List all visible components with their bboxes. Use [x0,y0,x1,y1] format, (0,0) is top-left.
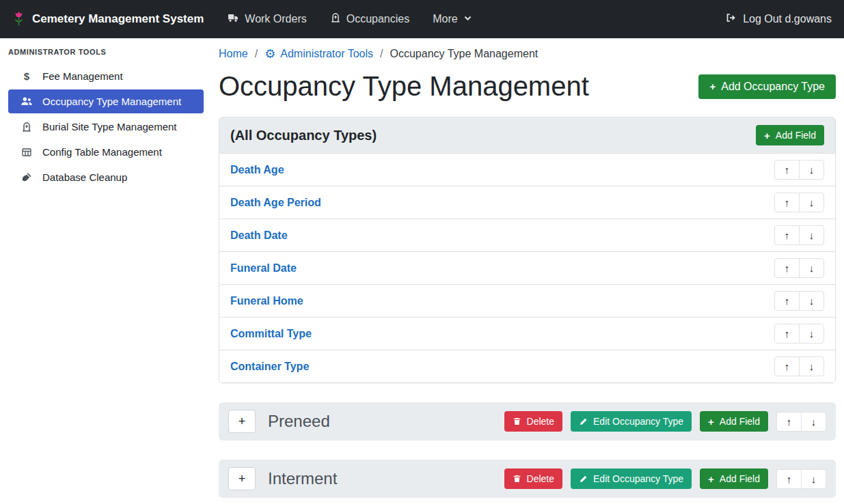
delete-button[interactable]: Delete [504,411,562,432]
breadcrumb: Home / ⚙ Administrator Tools / Occupancy… [219,48,836,60]
plus-icon: + [708,474,714,484]
add-field-button[interactable]: + Add Field [756,125,824,145]
move-up-button[interactable]: ↑ [774,324,800,344]
sidebar-item-database-cleanup[interactable]: Database Cleanup [8,165,204,189]
logout-label: Log Out d.gowans [743,13,832,25]
nav-more[interactable]: More [433,13,472,25]
truck-icon [227,12,239,26]
field-row: Committal Type ↑ ↓ [219,317,835,350]
sidebar-item-label: Database Cleanup [42,171,127,183]
move-down-button[interactable]: ↓ [799,193,824,212]
field-link-death-age[interactable]: Death Age [230,164,284,176]
chevron-down-icon [463,13,472,25]
tombstone-icon [19,122,34,132]
table-icon [19,147,34,158]
app-brand[interactable]: Cemetery Management System [12,11,204,27]
breadcrumb-separator: / [380,48,383,60]
breadcrumb-separator: / [255,48,258,60]
reorder-controls: ↑ ↓ [774,160,824,180]
all-occupancy-types-header: (All Occupancy Types) + Add Field [219,117,835,153]
nav-work-orders[interactable]: Work Orders [227,12,306,26]
section-actions: Delete Edit Occupancy Type + Add Field ↑ [504,411,826,432]
sidebar-item-fee-management[interactable]: $ Fee Management [8,64,204,88]
field-link-death-date[interactable]: Death Date [230,229,288,242]
field-row: Funeral Home ↑ ↓ [219,284,835,317]
add-field-button[interactable]: + Add Field [700,411,768,432]
move-up-button[interactable]: ↑ [774,225,800,245]
delete-button[interactable]: Delete [504,468,562,489]
move-up-button[interactable]: ↑ [776,412,802,432]
app-title: Cemetery Management System [32,12,204,26]
reorder-controls: ↑ ↓ [776,469,826,489]
field-link-funeral-date[interactable]: Funeral Date [230,262,297,275]
all-occupancy-types-title: (All Occupancy Types) [230,128,377,143]
move-up-button[interactable]: ↑ [774,291,800,311]
sidebar-heading: ADMINISTRATOR TOOLS [0,42,210,63]
add-field-button[interactable]: + Add Field [700,468,768,489]
breadcrumb-home-link[interactable]: Home [219,48,248,60]
reorder-controls: ↑ ↓ [774,356,824,376]
reorder-controls: ↑ ↓ [776,412,826,432]
move-down-button[interactable]: ↓ [801,412,826,432]
breadcrumb-admin-tools-link[interactable]: ⚙ Administrator Tools [264,48,373,60]
move-down-button[interactable]: ↓ [801,469,826,489]
page-title: Occupancy Type Management [219,71,589,102]
dollar-icon: $ [19,70,34,82]
sidebar-item-label: Fee Management [42,70,123,82]
nav-occupancies[interactable]: Occupancies [330,12,410,26]
add-field-label: Add Field [720,473,760,484]
move-up-button[interactable]: ↑ [774,258,800,278]
field-link-container-type[interactable]: Container Type [230,361,309,373]
expand-button[interactable]: + [228,467,256,490]
title-row: Occupancy Type Management + Add Occupanc… [219,71,836,102]
gear-icon: ⚙ [264,48,275,60]
sidebar-item-label: Burial Site Type Management [42,121,177,132]
navbar-links: Work Orders Occupancies More [227,12,472,26]
breadcrumb-admin-tools-label: Administrator Tools [280,48,373,60]
edit-occupancy-type-button[interactable]: Edit Occupancy Type [571,411,692,432]
move-down-button[interactable]: ↓ [799,258,824,278]
trash-icon [513,474,521,484]
top-navbar: Cemetery Management System Work Orders O… [0,0,844,38]
move-down-button[interactable]: ↓ [799,356,824,376]
move-up-button[interactable]: ↑ [776,469,802,489]
expand-button[interactable]: + [228,410,256,433]
breadcrumb-current: Occupancy Type Management [390,48,539,60]
occupancy-type-section-preneed: + Preneed Delete [219,402,836,440]
add-occupancy-type-button[interactable]: + Add Occupancy Type [698,74,836,99]
broom-icon [19,172,34,183]
nav-more-label: More [433,13,457,25]
add-field-label: Add Field [720,416,760,427]
logout-icon [725,12,737,26]
section-title: Preneed [268,412,330,431]
field-row: Container Type ↑ ↓ [219,350,835,382]
edit-occupancy-type-label: Edit Occupancy Type [593,473,683,484]
move-up-button[interactable]: ↑ [774,356,800,376]
plus-icon: + [708,417,714,427]
nav-occupancies-label: Occupancies [346,13,410,25]
move-down-button[interactable]: ↓ [799,225,824,245]
reorder-controls: ↑ ↓ [774,258,824,278]
pencil-icon [579,417,588,426]
sidebar-item-config-table-management[interactable]: Config Table Management [8,140,204,164]
logout-button[interactable]: Log Out d.gowans [725,12,832,26]
field-link-committal-type[interactable]: Committal Type [230,328,312,340]
move-up-button[interactable]: ↑ [774,193,800,212]
trash-icon [513,417,521,426]
field-link-death-age-period[interactable]: Death Age Period [230,197,321,209]
field-link-funeral-home[interactable]: Funeral Home [230,295,303,307]
reorder-controls: ↑ ↓ [774,193,824,212]
edit-occupancy-type-button[interactable]: Edit Occupancy Type [571,468,692,489]
add-field-label: Add Field [776,130,816,141]
move-down-button[interactable]: ↓ [799,324,824,344]
sidebar-item-burial-site-type-management[interactable]: Burial Site Type Management [8,115,204,139]
field-row: Death Age ↑ ↓ [219,153,835,186]
nav-work-orders-label: Work Orders [245,13,306,25]
all-occupancy-types-card: (All Occupancy Types) + Add Field Death … [219,117,836,383]
move-down-button[interactable]: ↓ [799,160,824,180]
move-down-button[interactable]: ↓ [799,291,824,311]
sidebar-item-label: Occupancy Type Management [42,96,181,107]
move-up-button[interactable]: ↑ [774,160,800,180]
sidebar-item-label: Config Table Management [42,146,162,158]
sidebar-item-occupancy-type-management[interactable]: Occupancy Type Management [8,89,204,113]
